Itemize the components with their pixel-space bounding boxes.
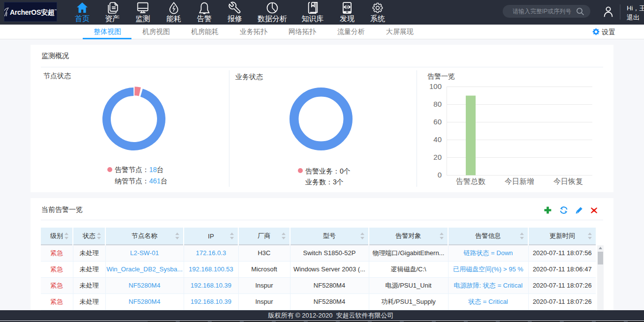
svg-text:今日恢复: 今日恢复 bbox=[553, 177, 583, 185]
svg-text:80: 80 bbox=[433, 100, 442, 108]
svg-text:20: 20 bbox=[433, 153, 442, 161]
svg-text:今日新增: 今日新增 bbox=[505, 177, 534, 185]
svg-text:100: 100 bbox=[429, 83, 442, 90]
svg-text:60: 60 bbox=[433, 117, 442, 126]
svg-text:0: 0 bbox=[438, 171, 442, 179]
svg-text:40: 40 bbox=[433, 135, 442, 144]
svg-text:告警总数: 告警总数 bbox=[456, 177, 485, 185]
